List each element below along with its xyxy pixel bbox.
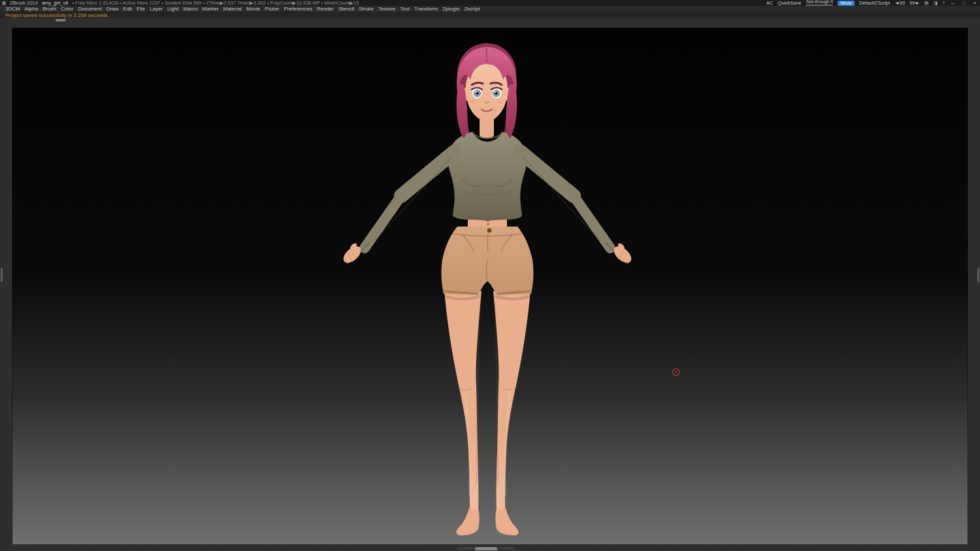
menu-marker[interactable]: Marker	[203, 6, 219, 12]
menu-layer[interactable]: Layer	[150, 6, 163, 12]
minimize-button[interactable]: –	[949, 0, 956, 6]
canvas-horizontal-scrollbar[interactable]	[457, 547, 515, 550]
shorts	[442, 227, 534, 295]
default-zscript-button[interactable]: DefaultZScript	[859, 0, 890, 6]
ac-button[interactable]: AC	[766, 0, 773, 6]
sweater-torso	[448, 132, 527, 221]
menu-stencil[interactable]: Stencil	[338, 6, 354, 12]
foot-left	[456, 508, 479, 535]
shorts-button	[487, 228, 491, 232]
left-tray-divider[interactable]	[1, 268, 3, 282]
menu-document[interactable]: Document	[78, 6, 101, 12]
menu-picker[interactable]: Picker	[265, 6, 279, 12]
menu-texture[interactable]: Texture	[378, 6, 395, 12]
note-tray-scrollbar[interactable]	[56, 19, 66, 22]
screen-icon[interactable]: ◨	[933, 0, 938, 6]
zbrush-logo-icon: Z	[2, 1, 6, 5]
menu-brush[interactable]: Brush	[42, 6, 56, 12]
blush-right	[497, 100, 504, 104]
close-button[interactable]: ×	[972, 0, 978, 6]
menu-zplugin[interactable]: Zplugin	[442, 6, 459, 12]
movie-button[interactable]: Movie	[838, 1, 854, 6]
menu-alpha[interactable]: Alpha	[25, 6, 38, 12]
menu-color[interactable]: Color	[61, 6, 73, 12]
see-through-label: See-through 0	[806, 0, 833, 4]
menu-3dcm[interactable]: 3DCM	[5, 6, 20, 12]
help-icon[interactable]: ?	[942, 0, 945, 6]
right-tray-divider[interactable]	[977, 268, 979, 282]
titlebar: Z ZBrush 2019 amy_girl_v6 • Free Mem 2.8…	[0, 0, 980, 6]
maximize-button[interactable]: □	[960, 0, 967, 6]
menu-light[interactable]: Light	[167, 6, 178, 12]
foot-right	[495, 508, 518, 535]
menu-edit[interactable]: Edit	[123, 6, 132, 12]
model-viewport[interactable]	[12, 27, 968, 545]
see-through-slider[interactable]: See-through 0	[806, 0, 833, 6]
titlebar-right-cluster: AC QuickSave See-through 0 Movie Default…	[766, 0, 978, 6]
brush-cursor	[673, 369, 679, 375]
document-canvas[interactable]	[12, 27, 968, 545]
character-model[interactable]	[340, 43, 636, 535]
statusbar: Project saved successfully in 3.258 seco…	[0, 12, 980, 18]
menubar: 3DCMAlphaBrushColorDocumentDrawEditFileL…	[0, 6, 980, 12]
navel	[487, 222, 489, 225]
menu-transform[interactable]: Transform	[414, 6, 438, 12]
scrollbar-handle[interactable]	[475, 547, 497, 550]
menu-material[interactable]: Material	[223, 6, 242, 12]
status-message: Project saved successfully in 3.258 seco…	[5, 12, 109, 18]
menu-movie[interactable]: Movie	[246, 6, 260, 12]
quicksave-button[interactable]: QuickSave	[777, 0, 801, 6]
menu-preferences[interactable]: Preferences	[284, 6, 312, 12]
menu-stroke[interactable]: Stroke	[359, 6, 374, 12]
blush-left	[470, 100, 476, 104]
menu-zscript[interactable]: Zscript	[464, 6, 480, 12]
menu-file[interactable]: File	[137, 6, 145, 12]
menu-macro[interactable]: Macro	[183, 6, 197, 12]
redo-counter[interactable]: 99►	[909, 0, 920, 6]
menu-tool[interactable]: Tool	[400, 6, 410, 12]
legs	[444, 290, 531, 535]
undo-counter[interactable]: ◄99	[894, 0, 905, 6]
menu-draw[interactable]: Draw	[106, 6, 119, 12]
layout-icon[interactable]: ▤	[924, 0, 929, 6]
menu-render[interactable]: Render	[317, 6, 334, 12]
